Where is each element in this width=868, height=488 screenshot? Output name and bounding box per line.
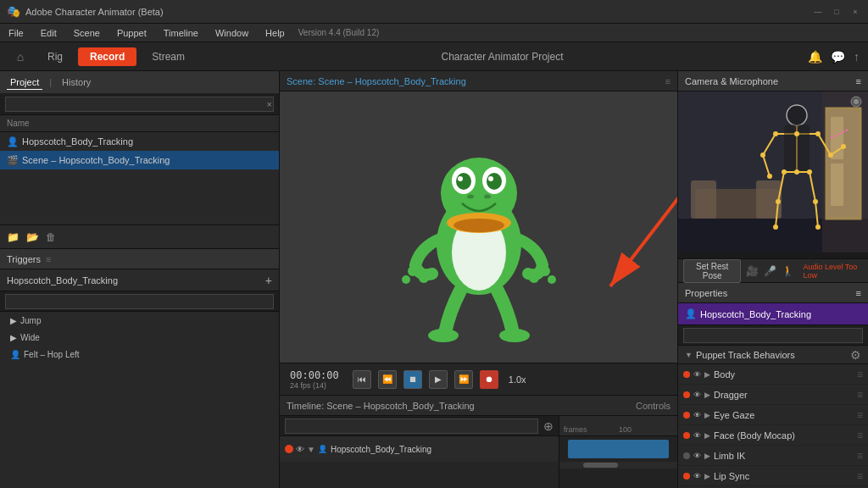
behavior-eye-gaze[interactable]: 👁 ▶ Eye Gaze ≡ [678, 405, 868, 425]
behavior-record-dot-dragger[interactable] [683, 391, 690, 398]
behavior-menu-face[interactable]: ≡ [857, 430, 863, 441]
properties-search-input[interactable] [683, 328, 863, 343]
folder-open-icon[interactable]: 📂 [26, 231, 39, 243]
stop-button[interactable]: ⏹ [403, 370, 422, 389]
behavior-eye-body[interactable]: 👁 [693, 370, 701, 379]
trigger-item-hop[interactable]: 👤 Felt – Hop Left [0, 346, 279, 363]
behavior-menu-eyegaze[interactable]: ≡ [857, 409, 863, 421]
delete-icon[interactable]: 🗑 [46, 231, 56, 243]
share-icon[interactable]: ↑ [854, 50, 860, 64]
go-to-start-button[interactable]: ⏮ [353, 370, 371, 389]
timeline-scrollbar[interactable] [559, 462, 677, 469]
track-record-dot[interactable] [285, 445, 293, 453]
properties-menu-icon[interactable]: ≡ [856, 288, 861, 298]
svg-point-60 [773, 225, 778, 230]
svg-point-14 [419, 273, 429, 283]
behavior-menu-lip[interactable]: ≡ [857, 470, 863, 482]
track-expand-icon[interactable]: ▼ [307, 445, 315, 454]
menu-window[interactable]: Window [212, 26, 252, 40]
menu-scene[interactable]: Scene [70, 26, 103, 40]
behavior-eye-eyegaze[interactable]: 👁 [693, 411, 701, 419]
trigger-item-wide[interactable]: ▶ Wide [0, 329, 279, 346]
play-button[interactable]: ▶ [429, 370, 448, 389]
menu-puppet[interactable]: Puppet [114, 26, 150, 40]
behaviors-add-icon[interactable]: ⚙ [850, 348, 861, 362]
home-icon[interactable]: ⌂ [8, 45, 32, 69]
menu-file[interactable]: File [5, 26, 27, 40]
behavior-eye-face[interactable]: 👁 [693, 431, 701, 440]
microphone-icon[interactable]: 🎤 [764, 265, 776, 277]
set-rest-pose-button[interactable]: Set Rest Pose [683, 259, 741, 283]
timeline-track-area[interactable] [559, 436, 677, 462]
timeline-add-icon[interactable]: ⊕ [543, 419, 554, 433]
svg-rect-29 [831, 164, 843, 206]
triggers-add-button[interactable]: + [265, 274, 272, 287]
person-tracking-icon[interactable]: 🚶 [782, 265, 794, 277]
menu-timeline[interactable]: Timeline [160, 26, 202, 40]
behavior-record-dot-lip[interactable] [683, 473, 690, 480]
behavior-dragger[interactable]: 👁 ▶ Dragger ≡ [678, 385, 868, 405]
folder-icon[interactable]: 📁 [7, 231, 19, 243]
behavior-menu-body[interactable]: ≡ [857, 369, 863, 380]
camera-icon[interactable]: 🎥 [746, 265, 759, 277]
chat-icon[interactable]: 💬 [831, 50, 845, 64]
behavior-eye-lip[interactable]: 👁 [693, 472, 701, 480]
project-search-input[interactable] [5, 97, 274, 112]
behavior-name-lip: Lip Sync [714, 471, 854, 481]
menu-help[interactable]: Help [262, 26, 288, 40]
behavior-face-mocap[interactable]: 👁 ▶ Face (Body Mocap) ≡ [678, 425, 868, 446]
rewind-button[interactable]: ⏪ [378, 370, 397, 389]
behavior-menu-dragger[interactable]: ≡ [857, 389, 863, 401]
behavior-expand-eyegaze[interactable]: ▶ [704, 411, 710, 419]
triggers-menu-icon[interactable]: ≡ [46, 254, 51, 264]
behavior-expand-limb[interactable]: ▶ [704, 452, 710, 460]
timeline-scrollbar-thumb[interactable] [583, 463, 619, 468]
record-button[interactable]: ⏺ [480, 370, 498, 389]
timeline-clip[interactable] [568, 440, 669, 458]
search-close-icon[interactable]: × [267, 99, 272, 109]
project-item-puppet[interactable]: 👤 Hopscotch_Body_Tracking [0, 132, 279, 151]
behavior-lip-sync[interactable]: 👁 ▶ Lip Sync ≡ [678, 466, 868, 486]
camera-menu-icon[interactable]: ≡ [856, 76, 861, 86]
behavior-limb-ik[interactable]: 👁 ▶ Limb IK ≡ [678, 446, 868, 466]
behavior-menu-limb[interactable]: ≡ [857, 450, 863, 462]
scene-menu-icon[interactable]: ≡ [665, 76, 670, 86]
time-display: 00:00:00 24 fps (14) [290, 369, 339, 390]
history-tab[interactable]: History [58, 75, 94, 89]
project-tab[interactable]: Project [7, 75, 42, 90]
project-item-scene[interactable]: 🎬 Scene – Hopscotch_Body_Tracking [0, 151, 279, 169]
behavior-record-dot-face[interactable] [683, 432, 690, 439]
behavior-body[interactable]: 👁 ▶ Body ≡ [678, 364, 868, 385]
track-eye-icon[interactable]: 👁 [296, 445, 304, 454]
behavior-eye-dragger[interactable]: 👁 [693, 391, 701, 399]
title-bar-controls[interactable]: — □ × [812, 6, 861, 18]
tab-record[interactable]: Record [78, 47, 136, 66]
behaviors-expand-icon[interactable]: ▼ [685, 351, 693, 359]
close-button[interactable]: × [849, 6, 861, 18]
tab-rig[interactable]: Rig [36, 47, 75, 66]
behavior-eye-limb[interactable]: 👁 [693, 452, 701, 460]
timeline-search-input[interactable] [285, 419, 538, 434]
svg-point-55 [794, 169, 799, 175]
behavior-record-dot-limb[interactable] [683, 452, 690, 459]
menu-edit[interactable]: Edit [37, 26, 60, 40]
scene-link[interactable]: Scene – Hopscotch_Body_Tracking [318, 76, 465, 86]
behavior-expand-face[interactable]: ▶ [704, 431, 710, 440]
behavior-expand-dragger[interactable]: ▶ [704, 391, 710, 399]
tab-bar-icons: 🔔 💬 ↑ [808, 50, 860, 64]
notification-icon[interactable]: 🔔 [808, 50, 822, 64]
tab-stream[interactable]: Stream [140, 47, 197, 66]
trigger-item-jump[interactable]: ▶ Jump [0, 312, 279, 329]
character [343, 113, 615, 341]
behavior-record-dot-body[interactable] [683, 371, 690, 378]
forward-button[interactable]: ⏩ [454, 370, 473, 389]
maximize-button[interactable]: □ [831, 6, 843, 18]
behavior-expand-lip[interactable]: ▶ [704, 472, 710, 480]
triggers-search-input[interactable] [5, 294, 274, 309]
svg-point-18 [548, 275, 556, 284]
behavior-expand-body[interactable]: ▶ [704, 370, 710, 379]
minimize-button[interactable]: — [812, 6, 824, 18]
svg-point-58 [776, 199, 781, 204]
behavior-record-dot-eyegaze[interactable] [683, 412, 690, 419]
properties-search-bar [678, 325, 868, 346]
